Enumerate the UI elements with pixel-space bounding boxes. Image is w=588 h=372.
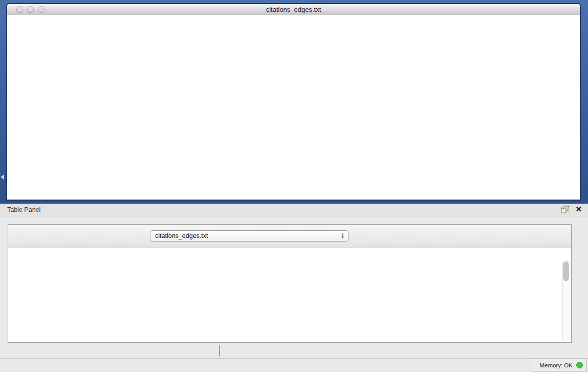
table-tabbar (219, 345, 220, 357)
memory-ok-icon (576, 362, 583, 368)
table-panel-header: Table Panel ✕ (0, 204, 588, 216)
scrollbar-thumb[interactable] (563, 261, 569, 281)
panel-collapse-arrow-icon[interactable] (1, 174, 4, 180)
zoom-window-icon[interactable] (38, 6, 45, 13)
table-toolbar: citations_edges.txt ▲▼ (8, 225, 571, 248)
table-panel-title: Table Panel (7, 206, 40, 213)
network-window[interactable]: citations_edges.txt (6, 3, 581, 201)
statusbar-divider (0, 358, 588, 359)
table-select-value: citations_edges.txt (155, 232, 208, 239)
dropdown-stepper-icon: ▲▼ (341, 233, 344, 239)
table-panel: Table Panel ✕ citations_edges.txt ▲▼ Mem… (0, 204, 588, 372)
float-panel-icon[interactable] (560, 206, 570, 214)
memory-status-label: Memory: OK (539, 362, 573, 368)
table-body (9, 259, 561, 342)
close-panel-icon[interactable]: ✕ (575, 205, 582, 214)
node-table-box: citations_edges.txt ▲▼ (8, 224, 572, 343)
window-title: citations_edges.txt (7, 4, 580, 15)
table-scrollbar[interactable] (562, 260, 570, 341)
memory-status: Memory: OK (531, 359, 587, 371)
table-select-dropdown[interactable]: citations_edges.txt ▲▼ (150, 230, 349, 242)
network-canvas[interactable] (7, 15, 580, 200)
minimize-window-icon[interactable] (27, 6, 34, 13)
cytoscape-desktop: citations_edges.txt (0, 0, 588, 204)
window-titlebar[interactable]: citations_edges.txt (7, 4, 580, 15)
close-window-icon[interactable] (16, 6, 23, 13)
